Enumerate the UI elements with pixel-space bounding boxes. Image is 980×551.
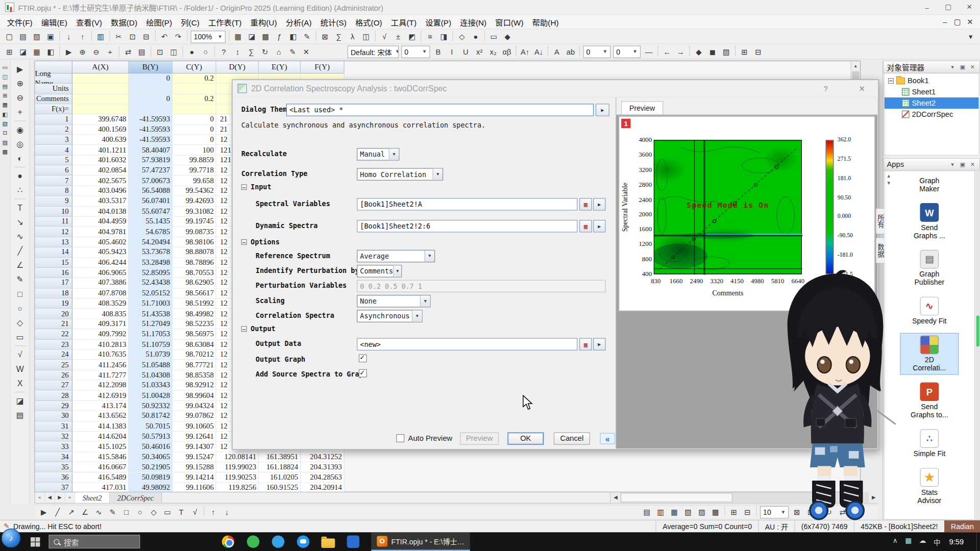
cell[interactable]: 99.04324 bbox=[173, 401, 216, 411]
line-width-combo[interactable]: 0▼ bbox=[583, 45, 610, 58]
group-icon[interactable]: ⊞ bbox=[738, 45, 751, 58]
cell[interactable]: 56.54088 bbox=[129, 186, 173, 196]
row-header-20[interactable]: 20 bbox=[35, 309, 72, 319]
worksheet-query-icon[interactable]: ? bbox=[217, 45, 231, 58]
data-reader-tool[interactable]: ◎ bbox=[12, 137, 27, 151]
cell[interactable]: 99.10605 bbox=[173, 421, 216, 432]
cell[interactable]: 50.57913 bbox=[129, 432, 173, 442]
underline-button[interactable]: U bbox=[459, 45, 473, 58]
tray-app-icon[interactable]: ▦ bbox=[905, 537, 912, 547]
cell[interactable]: 161.38951 bbox=[259, 452, 301, 462]
taskbar-browser-icon[interactable] bbox=[270, 532, 286, 551]
angle-combo[interactable]: 0▼ bbox=[613, 45, 641, 58]
menu-item-8[interactable]: 分析(A) bbox=[281, 14, 316, 30]
cell[interactable]: 415.5846 bbox=[72, 452, 129, 462]
cell[interactable]: 0 bbox=[173, 135, 216, 145]
row-header-5[interactable]: 5 bbox=[35, 156, 72, 166]
cell[interactable]: 402.5675 bbox=[72, 176, 129, 186]
window-minimize-button[interactable]: – bbox=[916, 0, 938, 14]
row-header-1[interactable]: 1 bbox=[35, 114, 72, 124]
cell[interactable]: 98.63084 bbox=[173, 340, 216, 350]
row-header-10[interactable]: 10 bbox=[35, 207, 72, 217]
region-draw-icon[interactable]: ▭ bbox=[161, 506, 175, 518]
menu-item-2[interactable]: 查看(V) bbox=[71, 14, 106, 30]
cell[interactable]: 54.6785 bbox=[129, 227, 173, 237]
cell[interactable]: 400.1569 bbox=[72, 124, 129, 135]
row-header-30[interactable]: 30 bbox=[35, 411, 72, 421]
row-header-21[interactable]: 21 bbox=[35, 319, 72, 329]
dialog-help-button[interactable]: ? bbox=[819, 84, 831, 94]
cell[interactable]: 52.85095 bbox=[129, 268, 173, 278]
rectangle-tool[interactable]: □ bbox=[12, 287, 27, 301]
ime-icon[interactable]: 中 bbox=[934, 537, 940, 547]
taskbar-wechat-icon[interactable] bbox=[295, 532, 311, 551]
window-maximize-button[interactable]: ▢ bbox=[938, 0, 959, 14]
row-header-33[interactable]: 33 bbox=[35, 442, 72, 452]
cell[interactable]: 50.92332 bbox=[129, 401, 173, 411]
row-header-9[interactable]: 9 bbox=[35, 196, 72, 207]
dock-tab-5-icon[interactable]: ▦ bbox=[1, 100, 9, 109]
cell[interactable]: 410.2813 bbox=[72, 340, 129, 350]
begin-arrow-icon[interactable]: ← bbox=[660, 45, 674, 58]
start-button[interactable] bbox=[22, 532, 47, 551]
zoom-out-tool[interactable]: ⊖ bbox=[12, 91, 27, 105]
toolbar-overflow-icon[interactable]: ▾ bbox=[964, 30, 977, 42]
pointer-tool-icon[interactable]: ▶ bbox=[62, 45, 76, 58]
column-header-C(Y)[interactable]: C(Y) bbox=[173, 61, 216, 73]
circle-draw-icon[interactable]: ○ bbox=[133, 506, 147, 518]
bold-button[interactable]: B bbox=[431, 45, 445, 58]
add-object-icon[interactable]: ◧ bbox=[44, 45, 58, 58]
align-top-icon[interactable]: ▧ bbox=[681, 506, 695, 518]
cell[interactable]: 416.5489 bbox=[72, 472, 129, 483]
cell[interactable]: 0 bbox=[173, 114, 216, 124]
new-project-icon[interactable]: ▢ bbox=[3, 30, 16, 42]
align-left-icon[interactable]: ▤ bbox=[640, 506, 654, 518]
row-header-29[interactable]: 29 bbox=[35, 401, 72, 411]
cell[interactable]: 50.09819 bbox=[129, 472, 173, 483]
collapse-icon[interactable] bbox=[241, 184, 247, 190]
export-data-icon[interactable]: ↑ bbox=[76, 30, 89, 42]
cell[interactable]: 0 bbox=[173, 124, 216, 135]
zoom-combo[interactable]: 100%▼ bbox=[190, 30, 226, 42]
collapse-icon[interactable] bbox=[241, 326, 247, 332]
cell[interactable]: 99.54362 bbox=[173, 186, 216, 196]
output-data-flyout-button[interactable]: ▶ bbox=[593, 338, 605, 350]
column-browser-icon[interactable]: ▦ bbox=[579, 338, 592, 350]
cell[interactable]: 409.3171 bbox=[72, 319, 129, 329]
dialog-close-button[interactable]: ✕ bbox=[855, 84, 868, 94]
cell[interactable]: 98.52235 bbox=[173, 319, 216, 329]
cut-icon[interactable]: ✂ bbox=[112, 30, 126, 42]
cell[interactable]: 403.5317 bbox=[72, 196, 129, 207]
cell[interactable]: 50.46016 bbox=[129, 442, 173, 452]
row-header-23[interactable]: 23 bbox=[35, 340, 72, 350]
cell[interactable]: 119.8256 bbox=[216, 483, 259, 492]
menu-item-3[interactable]: 数据(D) bbox=[107, 14, 142, 30]
row-header-36[interactable]: 36 bbox=[35, 472, 72, 483]
data-selector-tool[interactable]: ◐ bbox=[12, 151, 27, 165]
line-draw-icon[interactable]: ╱ bbox=[51, 506, 64, 518]
input-section-header[interactable]: Input bbox=[241, 183, 272, 191]
sheet-tab-2DCorrSpec[interactable]: 2DCorrSpec bbox=[110, 492, 162, 503]
cell[interactable]: 99.12641 bbox=[173, 432, 216, 442]
group-objects-icon[interactable]: ⊞ bbox=[727, 506, 741, 518]
script-window-icon[interactable]: λ bbox=[346, 30, 359, 42]
cell[interactable]: 412.6919 bbox=[72, 391, 129, 401]
app-graph-maker[interactable]: GraphMaker bbox=[900, 175, 958, 195]
equation-insert-icon[interactable]: √ bbox=[188, 506, 202, 518]
tab-first-icon[interactable]: « bbox=[35, 492, 45, 503]
cell[interactable]: 51.03343 bbox=[129, 381, 173, 391]
row-header-34[interactable]: 34 bbox=[35, 452, 72, 462]
menu-item-10[interactable]: 格式(O) bbox=[351, 14, 386, 30]
app-graph-publisher[interactable]: ▤GraphPublisher bbox=[900, 248, 958, 289]
cell[interactable]: 413.6562 bbox=[72, 411, 129, 421]
cell[interactable]: 51.10759 bbox=[129, 340, 173, 350]
cell[interactable]: 119.99023 bbox=[216, 462, 259, 472]
sort-icon[interactable]: ↕ bbox=[231, 45, 244, 58]
freehand-tool[interactable]: ✎ bbox=[12, 272, 27, 287]
row-header-32[interactable]: 32 bbox=[35, 432, 72, 442]
cell[interactable]: 99.14307 bbox=[173, 442, 216, 452]
collapse-icon[interactable] bbox=[888, 78, 894, 83]
correlation-type-dropdown[interactable]: Homo Correlation▼ bbox=[357, 168, 443, 180]
window-close-button[interactable]: ✕ bbox=[959, 0, 980, 14]
app-simple-fit[interactable]: ∴Simple Fit bbox=[900, 428, 958, 460]
